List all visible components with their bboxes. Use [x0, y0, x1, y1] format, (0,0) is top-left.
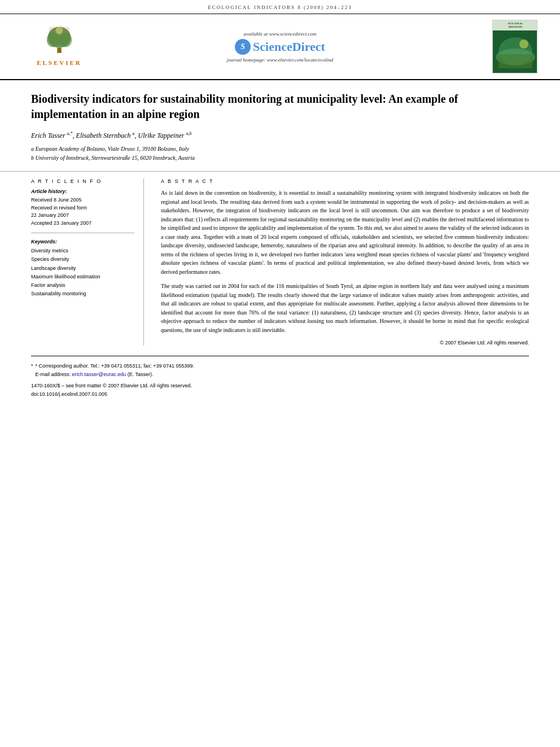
history-received: Received 8 June 2005 [31, 196, 134, 204]
svg-text:INDICATORS: INDICATORS [509, 25, 523, 28]
footer-area: * * Corresponding author. Tel.: +39 0471… [0, 356, 560, 410]
cover-svg: ECOLOGICAL INDICATORS [493, 20, 537, 73]
content-area: A R T I C L E I N F O Article history: R… [0, 172, 560, 346]
svg-text:ECOLOGICAL: ECOLOGICAL [508, 22, 523, 25]
svg-point-5 [56, 27, 63, 34]
keywords-label: Keywords: [31, 239, 134, 244]
elsevier-brand-text: ELSEVIER [37, 59, 82, 66]
history-revised-label: Received in revised form [31, 204, 134, 212]
email-link[interactable]: erich.tasser@eurac.edu [72, 372, 126, 377]
keyword-1: Species diversity [31, 255, 134, 264]
sciencedirect-logo: S ScienceDirect [235, 39, 325, 55]
email-line: E-mail address: erich.tasser@eurac.edu (… [31, 370, 529, 379]
journal-header: ECOLOGICAL INDICATORS 8 (2008) 204–223 [0, 0, 560, 14]
svg-rect-1 [57, 47, 61, 53]
svg-point-12 [519, 40, 528, 49]
author-erich: Erich Tasser [31, 132, 67, 139]
journal-homepage: journal homepage: www.elsevier.com/locat… [227, 57, 333, 63]
elsevier-logo-area: ELSEVIER [23, 24, 96, 69]
article-info-column: A R T I C L E I N F O Article history: R… [31, 178, 144, 346]
affiliation-b: b University of Innsbruck, Sternwartestr… [31, 154, 529, 163]
doi-line: doi:10.1016/j.ecolind.2007.01.005 [31, 390, 529, 399]
sd-icon: S [235, 39, 251, 55]
abstract-heading: A B S T R A C T [161, 178, 529, 184]
keyword-5: Sustainability monitoring [31, 290, 134, 298]
page: ECOLOGICAL INDICATORS 8 (2008) 204–223 [0, 0, 560, 747]
corresponding-note: * * Corresponding author. Tel.: +39 0471… [31, 362, 529, 370]
author-sup-a: a,* [67, 131, 73, 136]
available-text: available at www.sciencedirect.com [244, 31, 317, 37]
svg-point-3 [47, 32, 59, 47]
abstract-paragraph-2: The study was carried out in 2004 for ea… [161, 282, 529, 334]
history-accepted: Accepted 23 January 2007 [31, 220, 134, 228]
affiliations: a European Academy of Bolzano, Viale Dru… [31, 145, 529, 163]
corresponding-text: * Corresponding author. Tel.: +39 0471 0… [36, 362, 195, 370]
author-sep2: , Ulrike Tappeiner [135, 132, 186, 139]
copyright-line: © 2007 Elsevier Ltd. All rights reserved… [161, 340, 529, 346]
email-suffix: (E. Tasser). [128, 372, 154, 377]
article-info-heading: A R T I C L E I N F O [31, 178, 134, 184]
keyword-3: Maximum likelihood estimation [31, 273, 134, 281]
elsevier-tree-icon [37, 24, 82, 58]
elsevier-logo: ELSEVIER [31, 24, 88, 69]
svg-rect-13 [498, 54, 532, 68]
journal-cover-image: ECOLOGICAL INDICATORS [493, 20, 537, 73]
journal-header-text: ECOLOGICAL INDICATORS 8 (2008) 204–223 [208, 5, 352, 10]
author-sep1: , Elisabeth Sternbach [73, 132, 133, 139]
keyword-2: Landscape diversity [31, 264, 134, 273]
banner-center: available at www.sciencedirect.com S Sci… [96, 31, 464, 63]
keyword-4: Factor analysis [31, 281, 134, 290]
authors: Erich Tasser a,*, Elisabeth Sternbach a,… [31, 131, 529, 140]
article-history-label: Article history: [31, 189, 134, 194]
affiliation-a: a European Academy of Bolzano, Viale Dru… [31, 145, 529, 154]
banner-right: ECOLOGICAL INDICATORS [464, 20, 537, 73]
svg-point-4 [59, 32, 72, 47]
history-revised-date: 22 January 2007 [31, 212, 134, 220]
journal-cover: ECOLOGICAL INDICATORS [492, 20, 537, 73]
issn-line: 1470-160X/$ – see front matter © 2007 El… [31, 382, 529, 390]
author-sup-c: a,b [186, 131, 191, 136]
divider-keywords [31, 233, 134, 233]
paper-title: Biodiversity indicators for sustainabili… [31, 91, 529, 122]
keyword-0: Diversity metrics [31, 247, 134, 255]
banner: ELSEVIER available at www.sciencedirect.… [0, 14, 560, 80]
abstract-column: A B S T R A C T As is laid down in the c… [161, 178, 529, 346]
title-block: Biodiversity indicators for sustainabili… [0, 80, 560, 172]
email-label: E-mail address: [36, 372, 71, 377]
star-symbol: * [31, 362, 33, 370]
abstract-paragraph-1: As is laid down in the convention on bio… [161, 189, 529, 276]
sciencedirect-label: ScienceDirect [253, 40, 325, 54]
